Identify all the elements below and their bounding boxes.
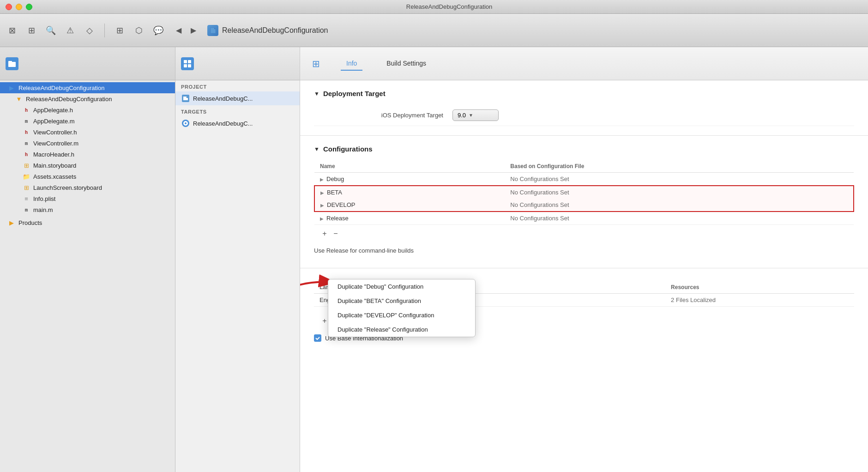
- tree-file-assets-xcassets[interactable]: 📁 Assets.xcassets: [0, 171, 175, 182]
- file-label-launchscreen-storyboard: LaunchScreen.storyboard: [33, 184, 102, 191]
- minimize-button[interactable]: [16, 4, 22, 10]
- h-file-icon-3: h: [22, 150, 30, 158]
- file-label-viewcontroller-h: ViewController.h: [33, 129, 77, 136]
- root-item-label: ReleaseAndDebugConfiguration: [18, 85, 104, 91]
- content-body: ▼ Deployment Target iOS Deployment Targe…: [300, 80, 868, 472]
- close-button[interactable]: [6, 4, 12, 10]
- diamond-icon[interactable]: ◇: [83, 24, 96, 37]
- duplicate-develop-menu-item[interactable]: Duplicate "DEVELOP" Configuration: [328, 308, 475, 322]
- file-label-main-m: main.m: [33, 206, 53, 213]
- config-remove-button[interactable]: −: [331, 229, 341, 239]
- m-file-icon: m: [22, 117, 30, 125]
- config-based-debug: No Configurations Set: [505, 173, 854, 186]
- config-triangle-icon: ▼: [314, 146, 319, 152]
- file-label-assets-xcassets: Assets.xcassets: [33, 173, 76, 180]
- project-nav-item-icon: [181, 94, 190, 103]
- sidebar-header: [0, 47, 175, 80]
- storyboard-icon: ⊞: [22, 161, 30, 169]
- duplicate-release-menu-item[interactable]: Duplicate "Release" Configuration: [328, 322, 475, 337]
- tree-file-main-m[interactable]: m main.m: [0, 204, 175, 215]
- config-row-develop[interactable]: ▶DEVELOP No Configurations Set: [314, 199, 854, 212]
- tree-folder-item[interactable]: ▼ ReleaseAndDebugConfiguration: [0, 93, 175, 104]
- tree-root-item[interactable]: ▶ ReleaseAndDebugConfiguration: [0, 82, 175, 93]
- file-tree: ▶ ReleaseAndDebugConfiguration ▼ Release…: [0, 80, 175, 472]
- tab-build-settings[interactable]: Build Settings: [381, 57, 432, 71]
- tree-file-main-storyboard[interactable]: ⊞ Main.storyboard: [0, 160, 175, 171]
- config-add-button[interactable]: +: [319, 229, 330, 239]
- svg-rect-4: [188, 60, 191, 63]
- toolbar-nav: ◀ ▶: [172, 24, 200, 37]
- content-panel: ⊞ Info Build Settings ▼ Deployment Targe…: [300, 47, 868, 472]
- ios-deployment-control: 9.0 ▼: [452, 109, 854, 121]
- project-nav-item[interactable]: ReleaseAndDebugC...: [175, 91, 300, 105]
- expand-release-icon: ▶: [320, 216, 324, 221]
- config-name-debug: ▶Debug: [314, 173, 505, 186]
- english-resources-value: 2 Files Localized: [665, 294, 854, 307]
- nav-forward-button[interactable]: ▶: [187, 24, 200, 37]
- table-icon[interactable]: ⊞: [113, 24, 126, 37]
- targets-nav-item[interactable]: ReleaseAndDebugC...: [175, 116, 300, 130]
- maximize-button[interactable]: [26, 4, 32, 10]
- duplicate-debug-menu-item[interactable]: Duplicate "Debug" Configuration: [328, 279, 475, 294]
- config-row-beta[interactable]: ▶BETA No Configurations Set: [314, 186, 854, 199]
- m-file-icon-2: m: [22, 139, 30, 147]
- ios-version-value: 9.0: [458, 112, 466, 119]
- deployment-target-section: ▼ Deployment Target iOS Deployment Targe…: [300, 80, 868, 136]
- resources-col-header: Resources: [665, 281, 854, 294]
- tree-file-viewcontroller-m[interactable]: m ViewController.m: [0, 138, 175, 149]
- file-label-main-storyboard: Main.storyboard: [33, 162, 76, 169]
- deployment-triangle-icon: ▼: [314, 91, 319, 97]
- stop-icon[interactable]: ⊠: [6, 24, 18, 37]
- search-icon[interactable]: 🔍: [44, 24, 57, 37]
- toolbar-title-area: ReleaseAndDebugConfiguration: [207, 25, 328, 36]
- file-label-appdelegate-m: AppDelegate.m: [33, 118, 75, 125]
- cmdline-use-release-label: Use Release for: [314, 247, 359, 254]
- config-name-beta: ▶BETA: [314, 186, 505, 199]
- configurations-label: Configurations: [323, 145, 373, 153]
- config-row-debug[interactable]: ▶Debug No Configurations Set: [314, 173, 854, 186]
- config-name-release: ▶Release: [314, 212, 505, 225]
- products-folder-icon: ▶: [7, 218, 16, 227]
- config-row-release[interactable]: ▶Release No Configurations Set: [314, 212, 854, 225]
- tree-file-appdelegate-m[interactable]: m AppDelegate.m: [0, 115, 175, 127]
- col-based-on-header: Based on Configuration File: [505, 160, 854, 173]
- file-label-appdelegate-h: AppDelegate.h: [33, 107, 73, 114]
- config-based-beta: No Configurations Set: [505, 186, 854, 199]
- deployment-target-title: ▼ Deployment Target: [314, 90, 854, 97]
- tag-icon[interactable]: ⬡: [133, 24, 145, 37]
- folder-label: ReleaseAndDebugConfiguration: [26, 96, 112, 103]
- config-dropdown-menu: Duplicate "Debug" Configuration Duplicat…: [328, 279, 476, 337]
- configurations-title: ▼ Configurations: [314, 145, 854, 153]
- cmdline-label: command-line builds: [359, 247, 414, 254]
- ios-version-dropdown[interactable]: 9.0 ▼: [452, 109, 499, 121]
- content-toolbar: ⊞ Info Build Settings: [300, 47, 868, 80]
- folder-nav-icon[interactable]: [6, 57, 18, 70]
- config-based-release: No Configurations Set: [505, 212, 854, 225]
- m-file-icon-3: m: [22, 206, 30, 214]
- project-nav-layout-icon[interactable]: [181, 57, 194, 70]
- speech-icon[interactable]: 💬: [152, 24, 165, 37]
- use-base-checkbox[interactable]: [314, 334, 321, 342]
- tree-file-viewcontroller-h[interactable]: h ViewController.h: [0, 127, 175, 138]
- tree-products-folder[interactable]: ▶ Products: [0, 217, 175, 228]
- svg-rect-3: [184, 60, 187, 63]
- traffic-lights[interactable]: [6, 4, 32, 10]
- toolbar-separator: [104, 24, 105, 37]
- duplicate-beta-menu-item[interactable]: Duplicate "BETA" Configuration: [328, 294, 475, 308]
- tree-file-info-plist[interactable]: ≡ Info.plist: [0, 193, 175, 204]
- targets-nav-item-icon: [181, 119, 190, 128]
- warning-icon[interactable]: ⚠: [64, 24, 77, 37]
- tree-file-launchscreen-storyboard[interactable]: ⊞ LaunchScreen.storyboard: [0, 182, 175, 193]
- grid-icon[interactable]: ⊞: [25, 24, 38, 37]
- tab-info[interactable]: Info: [341, 57, 362, 71]
- project-navigator: PROJECT ReleaseAndDebugC... TARGETS Rele…: [175, 47, 300, 472]
- tree-file-appdelegate-h[interactable]: h AppDelegate.h: [0, 104, 175, 115]
- nav-back-button[interactable]: ◀: [172, 24, 185, 37]
- config-plus-minus-row: + −: [314, 225, 854, 242]
- file-label-viewcontroller-m: ViewController.m: [33, 140, 78, 147]
- tree-file-macroheader-h[interactable]: h MacroHeader.h: [0, 149, 175, 160]
- col-name-header: Name: [314, 160, 505, 173]
- configurations-table: Name Based on Configuration File ▶Debug …: [314, 160, 854, 225]
- sidebar-toggle-icon[interactable]: ⊞: [309, 57, 322, 70]
- toolbar-icons-group: ⊠ ⊞ 🔍 ⚠ ◇ ⊞ ⬡ 💬: [6, 24, 165, 37]
